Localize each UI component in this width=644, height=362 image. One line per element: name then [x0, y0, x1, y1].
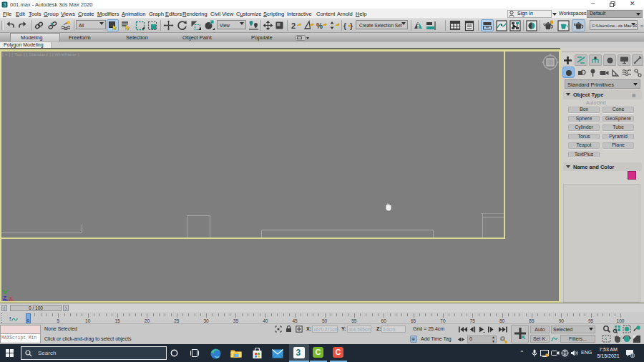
svg-text:3: 3	[4, 2, 6, 7]
svg-text:{: {	[343, 22, 346, 30]
svg-text:}: }	[350, 22, 353, 30]
svg-text:2: 2	[291, 21, 296, 30]
svg-text:%: %	[316, 22, 323, 30]
svg-text:8: 8	[632, 353, 634, 358]
